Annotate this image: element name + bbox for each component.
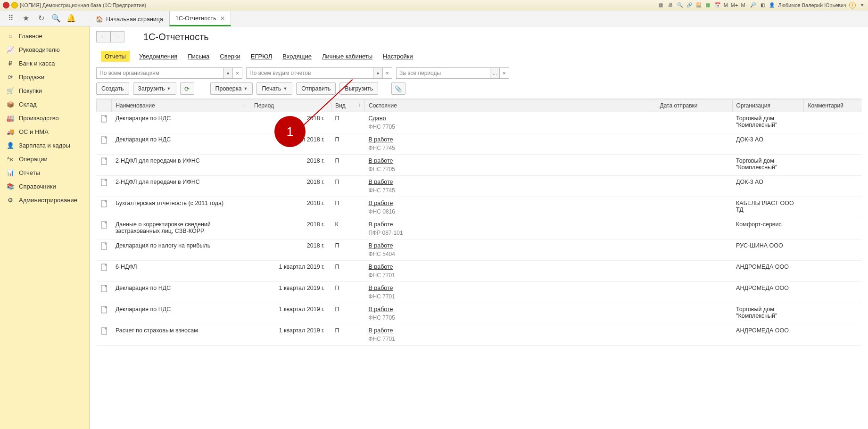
send-button[interactable]: Отправить: [296, 82, 336, 95]
calendar-icon[interactable]: 📅: [714, 2, 721, 8]
table-row[interactable]: Декларация по НДС4 квартал 2018 г.ПВ раб…: [97, 133, 861, 155]
print-icon[interactable]: 🖶: [667, 2, 674, 8]
row-status-link[interactable]: В работе: [368, 200, 393, 206]
filter-type-clear-button[interactable]: ×: [383, 67, 392, 79]
subtab-Сверки[interactable]: Сверки: [219, 51, 241, 62]
sidebar-item-10[interactable]: 📊Отчеты: [0, 166, 89, 180]
col-icon-header[interactable]: [97, 99, 112, 112]
row-status-link[interactable]: В работе: [368, 157, 393, 164]
filter-org-dropdown-icon[interactable]: ▾: [223, 67, 233, 79]
row-period: 1 квартал 2019 г.: [250, 261, 331, 282]
filter-org-input[interactable]: [96, 67, 223, 79]
filter-period-input[interactable]: [396, 67, 490, 79]
sidebar-item-3[interactable]: 🛍Продажи: [0, 70, 89, 84]
filter-type-input[interactable]: [246, 67, 373, 79]
attachment-button[interactable]: 📎: [391, 82, 405, 95]
row-status-link[interactable]: В работе: [368, 306, 393, 313]
table-row[interactable]: Данные о корректировке сведений застрахо…: [97, 218, 861, 239]
sidebar-item-5[interactable]: 📦Склад: [0, 98, 89, 111]
row-status-cell: СданоФНС 7705: [364, 112, 656, 133]
table-row[interactable]: Декларация по НДС1 квартал 2019 г.ПВ раб…: [97, 282, 861, 303]
link-icon[interactable]: 🔗: [686, 2, 693, 8]
export-button[interactable]: Выгрузить: [339, 82, 378, 95]
close-tab-icon[interactable]: ✕: [220, 15, 225, 22]
filter-period-clear-button[interactable]: ×: [500, 67, 509, 79]
reports-table-wrap[interactable]: Наименование↓ Период Вид↓ Состояние Дата…: [96, 99, 861, 429]
row-status-link[interactable]: В работе: [368, 264, 393, 270]
sidebar-icon: ⚙: [7, 197, 14, 204]
row-status-link[interactable]: В работе: [368, 285, 393, 291]
sidebar-item-label: Операции: [19, 156, 48, 163]
search-icon[interactable]: 🔍: [52, 14, 60, 23]
refresh-button[interactable]: ⟳: [180, 82, 194, 95]
row-status-link[interactable]: В работе: [368, 179, 393, 185]
search-icon-top[interactable]: 🔍: [677, 2, 683, 8]
sidebar-item-9[interactable]: ᴬᴋОперации: [0, 152, 89, 166]
create-button[interactable]: Создать: [96, 82, 129, 95]
row-status-link[interactable]: В работе: [368, 221, 393, 228]
minimize-icon[interactable]: ▾: [859, 2, 865, 8]
table-icon[interactable]: ▦: [705, 2, 711, 8]
subtab-Уведомления[interactable]: Уведомления: [138, 51, 178, 62]
subtab-Личные кабинеты[interactable]: Личные кабинеты: [321, 51, 373, 62]
table-row[interactable]: Расчет по страховым взносам1 квартал 201…: [97, 324, 861, 346]
subtab-ЕГРЮЛ[interactable]: ЕГРЮЛ: [250, 51, 273, 62]
user-name[interactable]: Любимов Валерий Юрьевич: [778, 2, 846, 8]
sidebar-item-7[interactable]: 🚚ОС и НМА: [0, 125, 89, 139]
table-row[interactable]: Декларация по НДС1 квартал 2019 г.ПВ раб…: [97, 303, 861, 324]
load-button[interactable]: Загрузить▼: [133, 82, 176, 95]
col-date-header[interactable]: Дата отправки: [656, 99, 732, 112]
col-org-header[interactable]: Организация: [732, 99, 804, 112]
col-vid-header[interactable]: Вид↓: [331, 99, 365, 112]
table-row[interactable]: 2-НДФЛ для передачи в ИФНС2018 г.ПВ рабо…: [97, 176, 861, 197]
check-button[interactable]: Проверка▼: [210, 82, 253, 95]
row-status-link[interactable]: Сдано: [368, 115, 386, 122]
filter-type-dropdown-icon[interactable]: ▾: [373, 67, 383, 79]
subtab-Настройки[interactable]: Настройки: [382, 51, 414, 62]
sidebar-item-11[interactable]: 📚Справочники: [0, 180, 89, 193]
sidebar-item-label: Продажи: [19, 74, 44, 81]
table-row[interactable]: Бухгалтерская отчетность (с 2011 года)20…: [97, 197, 861, 218]
sidebar-item-12[interactable]: ⚙Администрирование: [0, 193, 89, 207]
m-minus-button[interactable]: M-: [741, 2, 747, 8]
subtab-Отчеты[interactable]: Отчеты: [101, 51, 130, 62]
sidebar-item-2[interactable]: ₽Банк и касса: [0, 57, 89, 70]
filter-org-clear-button[interactable]: ×: [233, 67, 242, 79]
calc-icon[interactable]: 🧮: [695, 2, 702, 8]
row-vid: П: [331, 261, 365, 282]
favorites-star-icon[interactable]: ★: [22, 14, 30, 23]
row-status-link[interactable]: В работе: [368, 136, 393, 143]
m-plus-button[interactable]: M+: [731, 2, 738, 8]
table-row[interactable]: 2-НДФЛ для передачи в ИФНС2018 г.ПВ рабо…: [97, 155, 861, 176]
m-button[interactable]: M: [724, 2, 728, 8]
col-status-header[interactable]: Состояние: [364, 99, 656, 112]
subtab-Входящие[interactable]: Входящие: [281, 51, 313, 62]
sidebar-item-8[interactable]: 👤Зарплата и кадры: [0, 139, 89, 152]
row-status-link[interactable]: В работе: [368, 327, 393, 334]
col-name-header[interactable]: Наименование↓: [112, 99, 250, 112]
tab-home[interactable]: 🏠 Начальная страница: [90, 12, 169, 26]
print-button[interactable]: Печать▼: [256, 82, 292, 95]
apps-grid-icon[interactable]: ⠿: [7, 14, 15, 23]
tab-1c-reporting[interactable]: 1С-Отчетность ✕: [169, 11, 231, 26]
info-icon[interactable]: i: [849, 2, 856, 8]
sidebar-item-4[interactable]: 🛒Покупки: [0, 84, 89, 98]
sidebar-item-0[interactable]: ≡Главное: [0, 29, 89, 43]
toolbar-icon-1[interactable]: ▦: [658, 2, 664, 8]
table-row[interactable]: Декларация по НДС2018 г.ПСданоФНС 7705То…: [97, 112, 861, 133]
table-row[interactable]: 6-НДФЛ1 квартал 2019 г.ПВ работеФНС 7701…: [97, 261, 861, 282]
history-icon[interactable]: ↻: [37, 14, 45, 23]
nav-back-button[interactable]: ←: [96, 31, 110, 42]
table-row[interactable]: Декларация по налогу на прибыль2018 г.ПВ…: [97, 239, 861, 261]
window-icon[interactable]: ◧: [759, 2, 766, 8]
sidebar-item-6[interactable]: 🏭Производство: [0, 111, 89, 125]
row-date: [656, 282, 732, 303]
filter-period-more-icon[interactable]: …: [490, 67, 500, 79]
notifications-bell-icon[interactable]: 🔔: [67, 14, 75, 23]
row-status-link[interactable]: В работе: [368, 242, 393, 249]
row-status-sub: ФНС 7705: [368, 124, 652, 130]
zoom-icon[interactable]: 🔎: [750, 2, 756, 8]
sidebar-item-1[interactable]: 📈Руководителю: [0, 43, 89, 57]
col-comment-header[interactable]: Комментарий: [804, 99, 861, 112]
subtab-Письма[interactable]: Письма: [187, 51, 210, 62]
